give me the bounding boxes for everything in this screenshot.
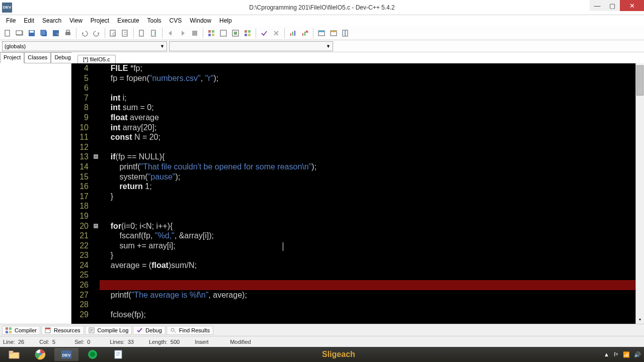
line-gutter: 4567891011121314151617181920212223242526… [71, 63, 93, 324]
desktop-text: Sligeach [322, 350, 355, 359]
save-icon[interactable] [26, 28, 37, 39]
file-tab-active[interactable]: [*] fileIO5.c [77, 55, 116, 63]
taskbar-notepad-icon[interactable] [107, 348, 131, 361]
statusbar: Line: 26 Col: 5 Sel: 0 Lines: 33 Length:… [0, 336, 644, 347]
combo-row: (globals)▼ ▼ [0, 40, 644, 52]
debug-ok-icon[interactable] [259, 28, 270, 39]
sidebar-tab-debug[interactable]: Debug [51, 52, 74, 63]
run-icon[interactable] [218, 28, 229, 39]
svg-rect-37 [345, 30, 346, 36]
svg-rect-46 [9, 352, 19, 358]
bottom-tab-compiler[interactable]: Compiler [2, 326, 40, 335]
toolbar-separator [284, 28, 285, 38]
bottom-tabs: Compiler Resources Compile Log Debug Fin… [0, 324, 644, 336]
delete-profile-icon[interactable] [299, 28, 310, 39]
tray-flag2-icon[interactable]: 🏳 [613, 351, 619, 357]
sidebar-body[interactable] [0, 63, 71, 324]
new-window-icon[interactable] [316, 28, 327, 39]
maximize-button[interactable]: ▢ [605, 0, 620, 11]
print-icon[interactable] [62, 28, 73, 39]
svg-rect-4 [30, 31, 34, 33]
compile-icon[interactable] [206, 28, 217, 39]
svg-rect-40 [6, 331, 8, 333]
minimize-button[interactable]: — [590, 0, 605, 11]
svg-rect-6 [41, 30, 46, 35]
taskbar-app-icon[interactable] [80, 348, 105, 361]
forward-icon[interactable] [177, 28, 188, 39]
tray-network-icon[interactable]: 📶 [623, 351, 630, 358]
svg-point-53 [90, 352, 95, 357]
code-content[interactable]: FILE *fp; fp = fopen("numbers.csv", "r")… [100, 63, 635, 324]
status-sel: Sel: 0 [74, 339, 95, 345]
vertical-scrollbar[interactable]: ▴ ▾ [635, 63, 644, 324]
window-list-icon[interactable] [340, 28, 351, 39]
scroll-thumb[interactable] [636, 65, 643, 96]
main-area: Project Classes Debug [*] fileIO5.c 4567… [0, 52, 644, 324]
new-file-icon[interactable] [2, 28, 13, 39]
compile-run-icon[interactable] [230, 28, 241, 39]
tray-volume-icon[interactable]: 🔊 [634, 351, 641, 358]
menu-edit[interactable]: Edit [20, 16, 38, 25]
rebuild-icon[interactable] [242, 28, 253, 39]
new-project-icon[interactable] [14, 28, 25, 39]
svg-rect-35 [331, 31, 337, 32]
svg-rect-47 [9, 351, 13, 353]
scope-combo[interactable]: (globals)▼ [2, 41, 167, 51]
menu-project[interactable]: Project [87, 16, 113, 25]
save-all-icon[interactable] [38, 28, 49, 39]
system-tray: ▲ 🏳 📶 🔊 [604, 351, 641, 358]
sidebar-tab-project[interactable]: Project [0, 52, 24, 63]
menu-help[interactable]: Help [215, 16, 236, 25]
svg-rect-28 [292, 32, 293, 36]
close-button[interactable]: ✕ [620, 0, 644, 11]
scroll-down-arrow[interactable]: ▾ [636, 315, 644, 324]
debug-cancel-icon[interactable] [271, 28, 282, 39]
goto-icon[interactable] [148, 28, 159, 39]
replace-icon[interactable] [120, 28, 131, 39]
svg-rect-43 [45, 328, 50, 329]
save-as-icon[interactable] [50, 28, 61, 39]
svg-rect-13 [139, 30, 143, 36]
menubar: File Edit Search View Project Execute To… [0, 15, 644, 26]
bookmark-icon[interactable] [136, 28, 147, 39]
menu-search[interactable]: Search [38, 16, 65, 25]
svg-rect-0 [5, 30, 10, 36]
bottom-tab-find-results[interactable]: Find Results [167, 326, 213, 335]
menu-cvs[interactable]: CVS [166, 16, 186, 25]
close-window-icon[interactable] [328, 28, 339, 39]
toolbar-separator [313, 28, 313, 38]
status-col: Col: 5 [39, 339, 59, 345]
svg-point-45 [171, 328, 174, 331]
profile-icon[interactable] [287, 28, 298, 39]
status-insert: Insert [195, 339, 215, 345]
bottom-tab-resources[interactable]: Resources [41, 326, 84, 335]
tray-flag-icon[interactable]: ▲ [604, 351, 609, 357]
scope-combo-value: (globals) [5, 43, 26, 49]
bottom-tab-compile-log[interactable]: Compile Log [85, 326, 132, 335]
menu-execute[interactable]: Execute [113, 16, 143, 25]
menu-view[interactable]: View [65, 16, 87, 25]
menu-window[interactable]: Window [186, 16, 215, 25]
svg-rect-12 [122, 30, 127, 36]
bottom-tab-debug[interactable]: Debug [133, 326, 165, 335]
taskbar-chrome-icon[interactable] [28, 348, 52, 361]
taskbar-devcpp-icon[interactable]: DEV [54, 348, 78, 361]
menu-tools[interactable]: Tools [143, 16, 166, 25]
svg-rect-17 [212, 30, 214, 33]
sidebar-tab-classes[interactable]: Classes [24, 52, 51, 63]
svg-rect-26 [248, 34, 251, 36]
menu-file[interactable]: File [2, 16, 20, 25]
find-icon[interactable] [108, 28, 119, 39]
svg-rect-9 [66, 30, 69, 32]
svg-rect-24 [248, 30, 251, 33]
redo-icon[interactable] [91, 28, 102, 39]
svg-rect-16 [208, 30, 211, 33]
member-combo[interactable]: ▼ [169, 41, 333, 51]
back-icon[interactable] [165, 28, 176, 39]
editor-area: [*] fileIO5.c 45678910111213141516171819… [71, 52, 644, 324]
code-editor[interactable]: 4567891011121314151617181920212223242526… [71, 63, 644, 324]
taskbar-explorer-icon[interactable] [2, 348, 26, 361]
undo-icon[interactable] [79, 28, 90, 39]
titlebar: DEV D:\Cprogramming 201\FileIO\fileIO5.c… [0, 0, 644, 15]
stop-icon[interactable] [189, 28, 200, 39]
